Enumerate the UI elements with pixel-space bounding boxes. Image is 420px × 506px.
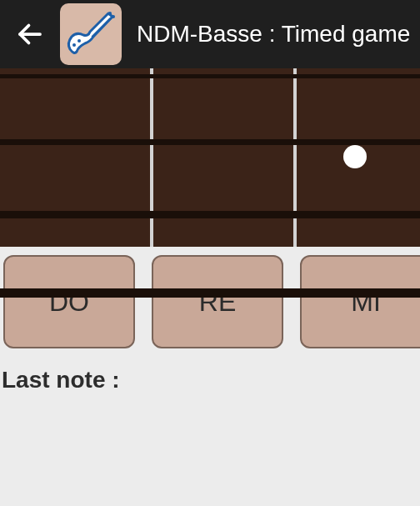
fret-line: [150, 68, 153, 247]
svg-point-5: [72, 43, 76, 47]
string-line: [0, 288, 420, 298]
back-arrow-icon[interactable]: [15, 19, 45, 49]
last-note-label: Last note :: [0, 348, 420, 393]
string-line: [0, 74, 420, 78]
note-button-mi[interactable]: MI: [300, 255, 420, 348]
string-line: [0, 211, 420, 218]
note-button-do[interactable]: DO: [3, 255, 135, 348]
string-line: [0, 139, 420, 145]
fretboard[interactable]: [0, 68, 420, 247]
app-header: NDM-Basse : Timed game: [0, 0, 420, 68]
svg-point-4: [112, 15, 115, 18]
svg-point-3: [108, 12, 112, 15]
svg-point-6: [78, 39, 81, 43]
app-logo-icon: [60, 3, 122, 65]
note-marker: [343, 145, 367, 168]
last-note-text: Last note :: [2, 367, 120, 393]
note-buttons-row: DO RE MI: [0, 247, 420, 348]
app-title: NDM-Basse : Timed game: [137, 21, 410, 48]
fret-line: [293, 68, 297, 247]
note-button-re[interactable]: RE: [152, 255, 283, 348]
